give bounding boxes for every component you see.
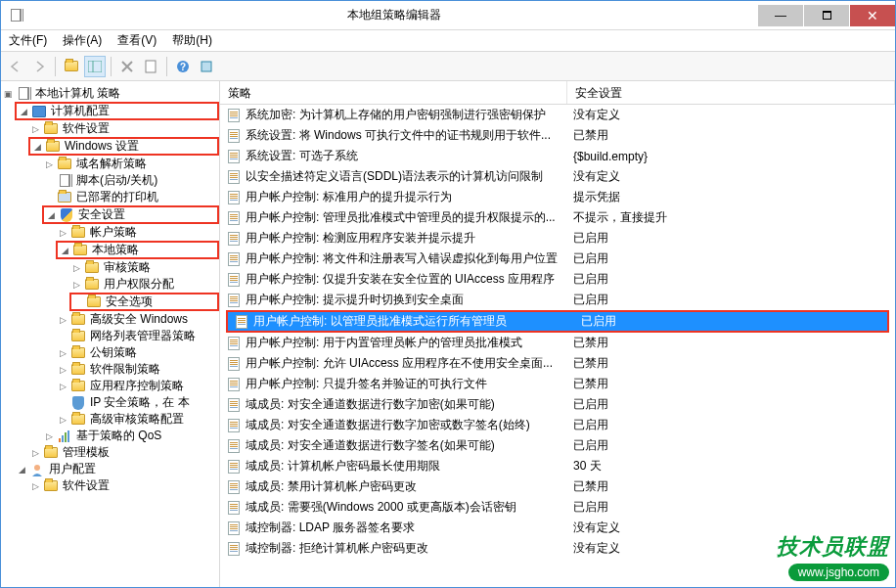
menu-view[interactable]: 查看(V) — [115, 30, 158, 51]
expand-icon[interactable]: ▷ — [28, 124, 42, 134]
policy-row[interactable]: 用户帐户控制: 仅提升安装在安全位置的 UIAccess 应用程序已启用 — [220, 269, 895, 290]
menu-action[interactable]: 操作(A) — [61, 30, 104, 51]
policy-row[interactable]: 用户帐户控制: 以管理员批准模式运行所有管理员已启用 — [228, 312, 887, 331]
policy-row[interactable]: 用户帐户控制: 提示提升时切换到安全桌面已启用 — [220, 290, 895, 310]
expand-icon[interactable]: ▷ — [28, 448, 42, 458]
up-folder-button[interactable] — [61, 56, 82, 77]
policy-row[interactable]: 用户帐户控制: 检测应用程序安装并提示提升已启用 — [220, 228, 895, 249]
folder-icon — [44, 139, 61, 155]
folder-icon — [69, 362, 86, 378]
tree-qos[interactable]: ▷基于策略的 QoS — [42, 428, 219, 444]
collapse-icon[interactable]: ◢ — [17, 107, 30, 116]
tree-local-policy[interactable]: ◢本地策略 — [58, 243, 217, 257]
collapse-icon[interactable]: ◢ — [15, 465, 28, 475]
tree-software-settings-user[interactable]: ▷软件设置 — [28, 477, 219, 494]
policy-row[interactable]: 用户帐户控制: 用于内置管理员帐户的管理员批准模式已禁用 — [220, 333, 895, 353]
menu-file[interactable]: 文件(F) — [7, 30, 49, 51]
refresh-button[interactable] — [196, 56, 217, 77]
policy-row[interactable]: 域成员: 对安全通道数据进行数字签名(如果可能)已启用 — [220, 435, 895, 456]
svg-rect-5 — [202, 62, 211, 71]
policy-row[interactable]: 域成员: 计算机帐户密码最长使用期限30 天 — [220, 456, 895, 476]
highlight-box: ◢计算机配置 — [15, 102, 219, 120]
policy-row[interactable]: 用户帐户控制: 标准用户的提升提示行为提示凭据 — [220, 187, 895, 207]
tree-admin-templates[interactable]: ▷管理模板 — [28, 444, 219, 461]
folder-icon — [69, 329, 86, 344]
tree-software-settings[interactable]: ▷软件设置 — [28, 120, 219, 137]
policy-name: 域成员: 对安全通道数据进行数字加密或数字签名(始终) — [246, 417, 530, 433]
policy-row[interactable]: 用户帐户控制: 管理员批准模式中管理员的提升权限提示的...不提示，直接提升 — [220, 207, 895, 228]
tree-srp[interactable]: ▷软件限制策略 — [56, 361, 219, 378]
shield-icon — [69, 395, 86, 411]
delete-button[interactable] — [116, 56, 138, 77]
forward-button[interactable] — [28, 56, 50, 77]
tree-nlm[interactable]: 网络列表管理器策略 — [56, 328, 219, 344]
policy-row[interactable]: 用户帐户控制: 只提升签名并验证的可执行文件已禁用 — [220, 374, 895, 394]
body-split: ▣本地计算机 策略 ◢计算机配置 ▷软件设置 ◢Windows 设置 ▷域名解析… — [1, 81, 895, 587]
collapse-icon[interactable]: ▣ — [1, 89, 15, 99]
expand-icon[interactable]: ▷ — [28, 481, 42, 491]
system-icon — [1, 9, 30, 22]
tree-ipsec[interactable]: IP 安全策略，在 本 — [56, 394, 219, 411]
policy-icon — [234, 314, 249, 330]
tree-computer-config[interactable]: ◢计算机配置 — [17, 104, 217, 118]
policy-icon — [226, 231, 242, 247]
policy-row[interactable]: 用户帐户控制: 允许 UIAccess 应用程序在不使用安全桌面...已禁用 — [220, 353, 895, 374]
tree-user-config[interactable]: ◢用户配置 — [15, 461, 219, 477]
collapse-icon[interactable]: ◢ — [44, 210, 58, 220]
policy-icon — [226, 169, 242, 185]
tree-account-policy[interactable]: ▷帐户策略 — [56, 224, 219, 241]
tree-audit-policy[interactable]: ▷审核策略 — [69, 259, 219, 276]
back-button[interactable] — [5, 56, 26, 77]
tree-windows-settings[interactable]: ◢Windows 设置 — [30, 139, 217, 154]
tree-adv-firewall[interactable]: ▷高级安全 Windows — [56, 311, 219, 328]
policy-list[interactable]: 系统加密: 为计算机上存储的用户密钥强制进行强密钥保护没有定义系统设置: 将 W… — [220, 105, 895, 587]
policy-row[interactable]: 域成员: 禁用计算机帐户密码更改已禁用 — [220, 476, 895, 497]
tree-appctrl[interactable]: ▷应用程序控制策略 — [56, 378, 219, 394]
policy-row[interactable]: 域成员: 需要强(Windows 2000 或更高版本)会话密钥已启用 — [220, 497, 895, 518]
policy-row[interactable]: 系统设置: 将 Windows 可执行文件中的证书规则用于软件...已禁用 — [220, 125, 895, 146]
menu-help[interactable]: 帮助(H) — [170, 30, 214, 51]
highlight-box: ◢Windows 设置 — [28, 137, 219, 156]
column-setting[interactable]: 安全设置 — [567, 81, 895, 104]
tree-dns-policy[interactable]: ▷域名解析策略 — [42, 156, 219, 172]
expand-icon[interactable]: ▷ — [56, 365, 69, 375]
help-button[interactable]: ? — [172, 56, 194, 77]
separator — [111, 57, 112, 76]
expand-icon[interactable]: ▷ — [56, 415, 69, 425]
expand-icon[interactable]: ▷ — [56, 228, 69, 238]
close-button[interactable]: ✕ — [850, 5, 895, 26]
column-policy[interactable]: 策略 — [220, 81, 567, 104]
policy-row[interactable]: 以安全描述符定义语言(SDDL)语法表示的计算机访问限制没有定义 — [220, 166, 895, 187]
tree-security-options[interactable]: 安全选项 — [71, 294, 217, 309]
expand-icon[interactable]: ▷ — [56, 348, 69, 358]
tree-public-key[interactable]: ▷公钥策略 — [56, 344, 219, 361]
expand-icon[interactable]: ▷ — [56, 315, 69, 325]
expand-icon[interactable]: ▷ — [69, 263, 83, 273]
tree-user-rights[interactable]: ▷用户权限分配 — [69, 276, 219, 293]
policy-row[interactable]: 系统加密: 为计算机上存储的用户密钥强制进行强密钥保护没有定义 — [220, 105, 895, 125]
policy-row[interactable]: 系统设置: 可选子系统{$build.empty} — [220, 146, 895, 166]
expand-icon[interactable]: ▷ — [42, 159, 56, 169]
tree-scripts[interactable]: 脚本(启动/关机) — [42, 172, 219, 189]
folder-icon — [56, 157, 72, 172]
expand-icon[interactable]: ▷ — [56, 382, 69, 391]
properties-button[interactable] — [140, 56, 161, 77]
title-bar: 本地组策略编辑器 — ✕ — [1, 1, 895, 30]
tree-root[interactable]: ▣本地计算机 策略 — [1, 85, 219, 102]
minimize-button[interactable]: — — [758, 5, 803, 26]
expand-icon[interactable]: ▷ — [69, 280, 83, 290]
tree-adv-audit[interactable]: ▷高级审核策略配置 — [56, 411, 219, 428]
policy-row[interactable]: 域成员: 对安全通道数据进行数字加密或数字签名(始终)已启用 — [220, 415, 895, 435]
collapse-icon[interactable]: ◢ — [30, 142, 44, 152]
tree-panel[interactable]: ▣本地计算机 策略 ◢计算机配置 ▷软件设置 ◢Windows 设置 ▷域名解析… — [1, 81, 220, 587]
maximize-button[interactable] — [804, 5, 849, 26]
tree-security-settings[interactable]: ◢安全设置 — [44, 207, 217, 222]
expand-icon[interactable]: ▷ — [42, 431, 56, 441]
tree-view-button[interactable] — [84, 56, 106, 77]
policy-row[interactable]: 域成员: 对安全通道数据进行数字加密(如果可能)已启用 — [220, 394, 895, 415]
policy-row[interactable]: 用户帐户控制: 将文件和注册表写入错误虚拟化到每用户位置已启用 — [220, 249, 895, 269]
collapse-icon[interactable]: ◢ — [58, 246, 71, 255]
tree-printers[interactable]: 已部署的打印机 — [42, 189, 219, 205]
policy-setting: 已启用 — [575, 313, 887, 330]
policy-name: 用户帐户控制: 将文件和注册表写入错误虚拟化到每用户位置 — [246, 250, 558, 267]
